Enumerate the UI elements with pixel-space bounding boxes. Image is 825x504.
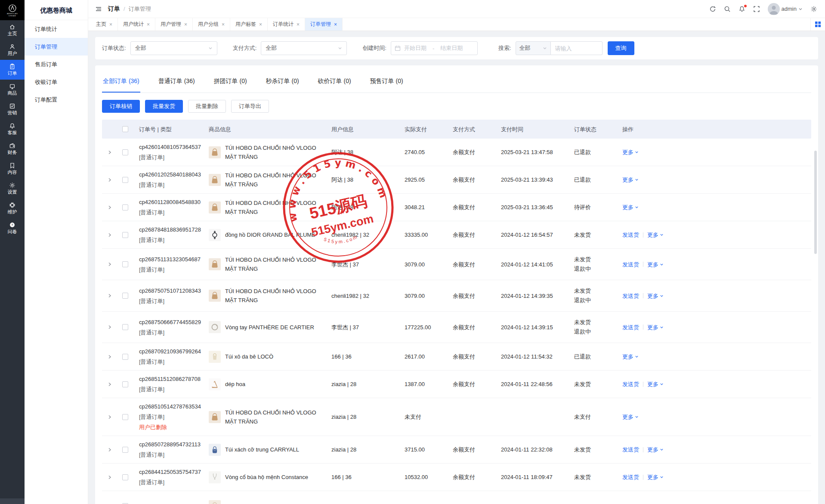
fullscreen-icon[interactable] <box>753 6 760 12</box>
notification-bell-icon[interactable] <box>738 6 745 12</box>
action-more[interactable]: 更多 <box>622 148 639 157</box>
action-send[interactable]: 发送货 <box>622 323 639 332</box>
row-expand-icon[interactable] <box>107 177 112 182</box>
tab-close-icon[interactable]: × <box>109 22 112 28</box>
action-more[interactable]: 更多 <box>647 230 664 239</box>
menu-toggle-icon[interactable] <box>95 6 102 12</box>
row-checkbox[interactable] <box>122 381 128 387</box>
order-type-tab[interactable]: 预售订单 (0) <box>369 71 404 93</box>
row-checkbox[interactable] <box>122 261 128 267</box>
rail-item-service[interactable]: 客服 <box>0 119 25 139</box>
action-send[interactable]: 发送货 <box>622 260 639 269</box>
action-more[interactable]: 更多 <box>647 291 664 300</box>
submenu-item[interactable]: 订单管理 <box>25 38 88 56</box>
order-type-tab[interactable]: 拼团订单 (0) <box>213 71 248 93</box>
action-more[interactable]: 更多 <box>622 203 639 212</box>
row-checkbox[interactable] <box>122 474 128 480</box>
action-more[interactable]: 更多 <box>622 175 639 184</box>
action-send[interactable]: 发送货 <box>622 445 639 454</box>
tab-options-grid-icon[interactable] <box>810 18 825 31</box>
search-icon[interactable] <box>724 6 731 12</box>
refresh-icon[interactable] <box>709 6 716 12</box>
row-expand-icon[interactable] <box>107 354 112 359</box>
tab-close-icon[interactable]: × <box>259 22 262 28</box>
rail-item-survey[interactable]: ?问卷 <box>0 218 25 238</box>
row-checkbox[interactable] <box>122 324 128 330</box>
action-more[interactable]: 更多 <box>647 380 664 389</box>
date-range-picker[interactable]: 开始日期 - 结束日期 <box>391 41 478 55</box>
pay-method-select[interactable]: 全部 <box>261 41 347 55</box>
rail-item-content[interactable]: 内容 <box>0 159 25 179</box>
page-tab[interactable]: 主页× <box>91 18 118 31</box>
submenu-item[interactable]: 售后订单 <box>25 56 88 73</box>
row-expand-icon[interactable] <box>107 262 112 267</box>
tab-close-icon[interactable]: × <box>222 22 225 28</box>
toolbar-button[interactable]: 批量发货 <box>145 100 183 113</box>
submenu-item[interactable]: 订单配置 <box>25 91 88 108</box>
rail-item-marketing[interactable]: 营销 <box>0 99 25 119</box>
page-tab[interactable]: 用户管理× <box>155 18 193 31</box>
toolbar-button[interactable]: 批量删除 <box>188 100 226 113</box>
rail-item-user[interactable]: 用户 <box>0 40 25 60</box>
action-send[interactable]: 发送货 <box>622 230 639 239</box>
row-checkbox[interactable] <box>122 204 128 210</box>
order-type-tab[interactable]: 普通订单 (36) <box>158 71 196 93</box>
user-menu[interactable]: admin <box>768 3 803 15</box>
action-more[interactable]: 更多 <box>647 473 664 482</box>
toolbar-button[interactable]: 订单导出 <box>231 100 269 113</box>
row-expand-icon[interactable] <box>107 414 112 420</box>
page-tab[interactable]: 用户分组× <box>193 18 230 31</box>
search-input[interactable] <box>551 41 603 55</box>
select-all-checkbox[interactable] <box>122 126 128 132</box>
action-more[interactable]: 更多 <box>647 445 664 454</box>
row-expand-icon[interactable] <box>107 205 112 210</box>
rail-item-maintain[interactable]: 维护 <box>0 198 25 218</box>
row-checkbox[interactable] <box>122 414 128 420</box>
rail-item-settings[interactable]: 设置 <box>0 179 25 198</box>
action-more[interactable]: 更多 <box>647 260 664 269</box>
tab-close-icon[interactable]: × <box>334 22 337 28</box>
action-send[interactable]: 发送货 <box>622 291 639 300</box>
rail-item-goods[interactable]: 商品 <box>0 80 25 99</box>
submenu-item[interactable]: 订单统计 <box>25 20 88 38</box>
page-tab[interactable]: 用户统计× <box>118 18 155 31</box>
rail-item-home[interactable]: 主页 <box>0 20 25 40</box>
rail-item-order[interactable]: 订单 <box>0 60 25 80</box>
row-checkbox[interactable] <box>122 177 128 183</box>
action-send[interactable]: 发送货 <box>622 473 639 482</box>
action-more[interactable]: 更多 <box>622 412 639 421</box>
search-scope-select[interactable]: 全部 <box>516 41 551 55</box>
order-type-tab[interactable]: 全部订单 (36) <box>102 71 140 93</box>
row-checkbox[interactable] <box>122 447 128 453</box>
tab-close-icon[interactable]: × <box>147 22 150 28</box>
page-tab[interactable]: 订单统计× <box>268 18 305 31</box>
brand-logo[interactable]: AMERICAN DREAM <box>0 0 25 20</box>
row-checkbox[interactable] <box>122 232 128 238</box>
toolbar-button[interactable]: 订单核销 <box>102 100 140 113</box>
rail-collapse-handle[interactable] <box>0 498 25 504</box>
page-tab[interactable]: 订单管理× <box>305 18 343 31</box>
row-expand-icon[interactable] <box>107 293 112 298</box>
tab-close-icon[interactable]: × <box>184 22 187 28</box>
row-expand-icon[interactable] <box>107 150 112 155</box>
row-expand-icon[interactable] <box>107 382 112 387</box>
settings-gear-icon[interactable] <box>810 6 817 12</box>
action-send[interactable]: 发送货 <box>622 380 639 389</box>
order-type-tab[interactable]: 砍价订单 (0) <box>317 71 352 93</box>
row-expand-icon[interactable] <box>107 325 112 330</box>
table-scrollbar[interactable] <box>814 151 817 254</box>
submenu-item[interactable]: 收银订单 <box>25 73 88 91</box>
rail-item-finance[interactable]: 财务 <box>0 139 25 159</box>
row-expand-icon[interactable] <box>107 447 112 452</box>
row-checkbox[interactable] <box>122 149 128 155</box>
page-tab[interactable]: 用户标签× <box>230 18 268 31</box>
order-type-tab[interactable]: 秒杀订单 (0) <box>265 71 300 93</box>
tab-close-icon[interactable]: × <box>297 22 300 28</box>
query-button[interactable]: 查询 <box>608 41 634 55</box>
row-checkbox[interactable] <box>122 293 128 299</box>
row-expand-icon[interactable] <box>107 475 112 480</box>
action-more[interactable]: 更多 <box>647 323 664 332</box>
order-status-select[interactable]: 全部 <box>130 41 217 55</box>
action-more[interactable]: 更多 <box>622 352 639 361</box>
row-expand-icon[interactable] <box>107 232 112 238</box>
